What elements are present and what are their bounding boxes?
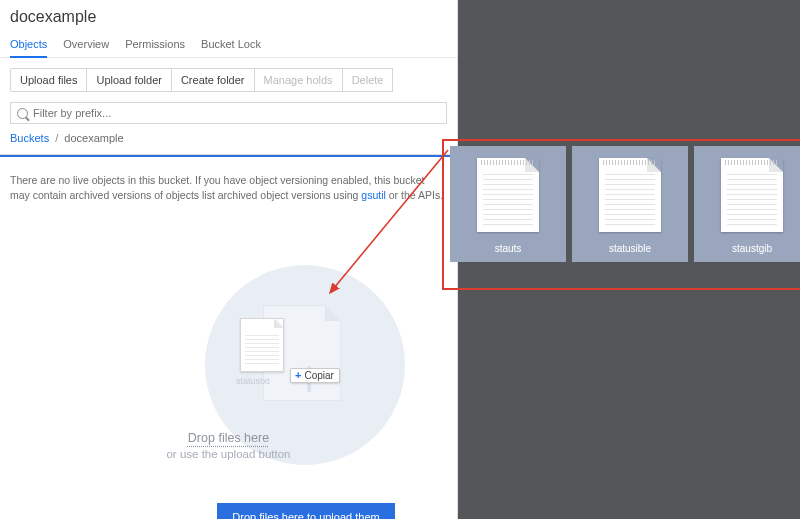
breadcrumb-current: docexample bbox=[64, 132, 123, 144]
file-icon bbox=[477, 158, 539, 232]
empty-bucket-message: There are no live objects in this bucket… bbox=[0, 157, 457, 203]
dropzone-caption: Drop files here or use the upload button bbox=[0, 431, 457, 460]
dropzone-line2: or use the upload button bbox=[0, 448, 457, 460]
create-folder-button[interactable]: Create folder bbox=[171, 68, 255, 92]
storage-panel: docexample Objects Overview Permissions … bbox=[0, 0, 458, 519]
drag-ghost-label: statustxt bbox=[236, 376, 270, 386]
dropzone-line1: Drop files here bbox=[0, 431, 457, 445]
tabs: Objects Overview Permissions Bucket Lock bbox=[0, 28, 457, 58]
breadcrumb: Buckets / docexample bbox=[0, 132, 457, 154]
desktop-files: stauts statusible staustgib bbox=[450, 146, 800, 262]
dropzone[interactable]: + statustxt + Copiar Drop files here or … bbox=[0, 203, 457, 513]
desktop-file[interactable]: stauts bbox=[450, 146, 566, 262]
file-icon bbox=[599, 158, 661, 232]
upload-files-button[interactable]: Upload files bbox=[10, 68, 87, 92]
drag-cursor-copy-tag: + Copiar bbox=[290, 368, 340, 383]
file-label: staustgib bbox=[732, 243, 772, 254]
tab-permissions[interactable]: Permissions bbox=[125, 32, 185, 57]
copy-plus-icon: + bbox=[295, 370, 301, 381]
upload-folder-button[interactable]: Upload folder bbox=[86, 68, 171, 92]
desktop-area: stauts statusible staustgib bbox=[458, 0, 800, 519]
bucket-title: docexample bbox=[0, 0, 457, 28]
upload-toast-text: Drop files here to upload them to: bbox=[225, 510, 387, 519]
drag-ghost-page-icon bbox=[240, 318, 284, 372]
file-label: stauts bbox=[495, 243, 522, 254]
manage-holds-button: Manage holds bbox=[254, 68, 343, 92]
gsutil-link[interactable]: gsutil bbox=[361, 189, 386, 201]
upload-toast: Drop files here to upload them to: docex… bbox=[217, 503, 395, 519]
search-icon bbox=[17, 108, 28, 119]
tab-overview[interactable]: Overview bbox=[63, 32, 109, 57]
tab-objects[interactable]: Objects bbox=[10, 32, 47, 58]
filter-input[interactable] bbox=[33, 107, 440, 119]
toolbar: Upload files Upload folder Create folder… bbox=[0, 58, 457, 102]
tab-bucket-lock[interactable]: Bucket Lock bbox=[201, 32, 261, 57]
file-label: statusible bbox=[609, 243, 651, 254]
breadcrumb-root[interactable]: Buckets bbox=[10, 132, 49, 144]
copy-label: Copiar bbox=[304, 370, 333, 381]
filter-field[interactable] bbox=[10, 102, 447, 124]
desktop-file[interactable]: staustgib bbox=[694, 146, 800, 262]
file-icon bbox=[721, 158, 783, 232]
desktop-file[interactable]: statusible bbox=[572, 146, 688, 262]
delete-button: Delete bbox=[342, 68, 394, 92]
breadcrumb-sep: / bbox=[55, 132, 58, 144]
